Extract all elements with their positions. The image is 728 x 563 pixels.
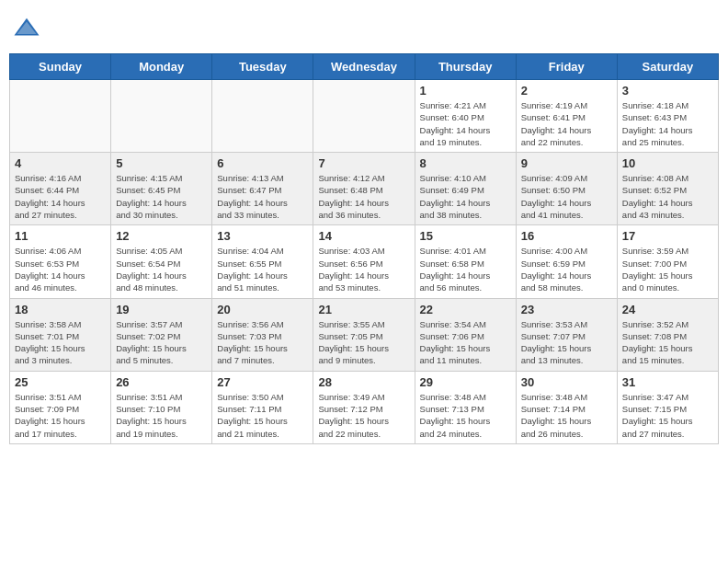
- calendar-cell: 15Sunrise: 4:01 AM Sunset: 6:58 PM Dayli…: [415, 225, 516, 298]
- day-number: 17: [622, 229, 713, 243]
- calendar-cell: 21Sunrise: 3:55 AM Sunset: 7:05 PM Dayli…: [313, 298, 415, 371]
- calendar-cell: [111, 80, 212, 153]
- day-number: 22: [420, 303, 511, 316]
- day-info: Sunrise: 4:10 AM Sunset: 6:49 PM Dayligh…: [420, 172, 511, 221]
- day-info: Sunrise: 4:06 AM Sunset: 6:53 PM Dayligh…: [15, 245, 106, 293]
- day-number: 30: [521, 375, 612, 389]
- calendar-cell: 19Sunrise: 3:57 AM Sunset: 7:02 PM Dayli…: [111, 298, 212, 371]
- calendar-cell: 13Sunrise: 4:04 AM Sunset: 6:55 PM Dayli…: [212, 225, 313, 298]
- week-row-1: 1Sunrise: 4:21 AM Sunset: 6:40 PM Daylig…: [10, 80, 719, 153]
- week-row-4: 18Sunrise: 3:58 AM Sunset: 7:01 PM Dayli…: [10, 298, 719, 371]
- day-info: Sunrise: 3:51 AM Sunset: 7:10 PM Dayligh…: [116, 391, 207, 440]
- day-info: Sunrise: 3:56 AM Sunset: 7:03 PM Dayligh…: [217, 318, 308, 367]
- day-number: 18: [15, 303, 106, 316]
- day-info: Sunrise: 3:55 AM Sunset: 7:05 PM Dayligh…: [318, 318, 409, 367]
- weekday-header-row: SundayMondayTuesdayWednesdayThursdayFrid…: [10, 54, 719, 80]
- weekday-header-friday: Friday: [516, 54, 617, 80]
- calendar-cell: [10, 80, 111, 153]
- day-info: Sunrise: 4:12 AM Sunset: 6:48 PM Dayligh…: [318, 172, 409, 221]
- day-number: 23: [521, 303, 612, 316]
- calendar-cell: [212, 80, 313, 153]
- day-info: Sunrise: 4:18 AM Sunset: 6:43 PM Dayligh…: [622, 99, 713, 148]
- day-info: Sunrise: 3:57 AM Sunset: 7:02 PM Dayligh…: [116, 318, 207, 367]
- day-number: 13: [217, 229, 308, 243]
- logo-icon: [13, 15, 40, 42]
- day-info: Sunrise: 4:13 AM Sunset: 6:47 PM Dayligh…: [217, 172, 308, 221]
- calendar-cell: 30Sunrise: 3:48 AM Sunset: 7:14 PM Dayli…: [516, 371, 617, 443]
- calendar-cell: 3Sunrise: 4:18 AM Sunset: 6:43 PM Daylig…: [617, 80, 718, 153]
- day-info: Sunrise: 3:54 AM Sunset: 7:06 PM Dayligh…: [420, 318, 511, 367]
- calendar-cell: 20Sunrise: 3:56 AM Sunset: 7:03 PM Dayli…: [212, 298, 313, 371]
- weekday-header-thursday: Thursday: [415, 54, 516, 80]
- day-number: 7: [318, 156, 409, 170]
- calendar-cell: 2Sunrise: 4:19 AM Sunset: 6:41 PM Daylig…: [516, 80, 617, 153]
- day-number: 9: [521, 156, 612, 170]
- day-info: Sunrise: 3:58 AM Sunset: 7:01 PM Dayligh…: [15, 318, 106, 367]
- day-info: Sunrise: 3:47 AM Sunset: 7:15 PM Dayligh…: [622, 391, 713, 440]
- day-number: 31: [622, 375, 713, 389]
- calendar-cell: 28Sunrise: 3:49 AM Sunset: 7:12 PM Dayli…: [313, 371, 415, 443]
- day-number: 8: [420, 156, 511, 170]
- day-number: 14: [318, 229, 409, 243]
- day-number: 29: [420, 375, 511, 389]
- week-row-5: 25Sunrise: 3:51 AM Sunset: 7:09 PM Dayli…: [10, 371, 719, 443]
- calendar-cell: 7Sunrise: 4:12 AM Sunset: 6:48 PM Daylig…: [313, 153, 415, 225]
- calendar-cell: 9Sunrise: 4:09 AM Sunset: 6:50 PM Daylig…: [516, 153, 617, 225]
- day-info: Sunrise: 4:05 AM Sunset: 6:54 PM Dayligh…: [116, 245, 207, 293]
- day-info: Sunrise: 4:01 AM Sunset: 6:58 PM Dayligh…: [420, 245, 511, 293]
- day-number: 6: [217, 156, 308, 170]
- day-info: Sunrise: 3:49 AM Sunset: 7:12 PM Dayligh…: [318, 391, 409, 440]
- day-number: 24: [622, 303, 713, 316]
- calendar-cell: 22Sunrise: 3:54 AM Sunset: 7:06 PM Dayli…: [415, 298, 516, 371]
- day-number: 16: [521, 229, 612, 243]
- day-number: 21: [318, 303, 409, 316]
- calendar-cell: 6Sunrise: 4:13 AM Sunset: 6:47 PM Daylig…: [212, 153, 313, 225]
- day-number: 26: [116, 375, 207, 389]
- calendar-cell: 26Sunrise: 3:51 AM Sunset: 7:10 PM Dayli…: [111, 371, 212, 443]
- weekday-header-sunday: Sunday: [10, 54, 111, 80]
- day-number: 11: [15, 229, 106, 243]
- calendar-cell: 16Sunrise: 4:00 AM Sunset: 6:59 PM Dayli…: [516, 225, 617, 298]
- calendar-cell: 23Sunrise: 3:53 AM Sunset: 7:07 PM Dayli…: [516, 298, 617, 371]
- calendar-cell: 4Sunrise: 4:16 AM Sunset: 6:44 PM Daylig…: [10, 153, 111, 225]
- calendar-cell: 31Sunrise: 3:47 AM Sunset: 7:15 PM Dayli…: [617, 371, 718, 443]
- calendar-cell: 17Sunrise: 3:59 AM Sunset: 7:00 PM Dayli…: [617, 225, 718, 298]
- weekday-header-wednesday: Wednesday: [313, 54, 415, 80]
- week-row-2: 4Sunrise: 4:16 AM Sunset: 6:44 PM Daylig…: [10, 153, 719, 225]
- day-info: Sunrise: 3:53 AM Sunset: 7:07 PM Dayligh…: [521, 318, 612, 367]
- day-info: Sunrise: 4:21 AM Sunset: 6:40 PM Dayligh…: [420, 99, 511, 148]
- day-number: 19: [116, 303, 207, 316]
- calendar-table: SundayMondayTuesdayWednesdayThursdayFrid…: [9, 53, 719, 444]
- calendar-cell: 24Sunrise: 3:52 AM Sunset: 7:08 PM Dayli…: [617, 298, 718, 371]
- day-number: 4: [15, 156, 106, 170]
- weekday-header-saturday: Saturday: [617, 54, 718, 80]
- header: [9, 9, 719, 48]
- day-info: Sunrise: 3:48 AM Sunset: 7:13 PM Dayligh…: [420, 391, 511, 440]
- calendar-cell: 5Sunrise: 4:15 AM Sunset: 6:45 PM Daylig…: [111, 153, 212, 225]
- day-info: Sunrise: 4:03 AM Sunset: 6:56 PM Dayligh…: [318, 245, 409, 293]
- day-number: 2: [521, 84, 612, 98]
- calendar-cell: 11Sunrise: 4:06 AM Sunset: 6:53 PM Dayli…: [10, 225, 111, 298]
- day-info: Sunrise: 4:04 AM Sunset: 6:55 PM Dayligh…: [217, 245, 308, 293]
- calendar-cell: 25Sunrise: 3:51 AM Sunset: 7:09 PM Dayli…: [10, 371, 111, 443]
- day-info: Sunrise: 4:00 AM Sunset: 6:59 PM Dayligh…: [521, 245, 612, 293]
- weekday-header-monday: Monday: [111, 54, 212, 80]
- day-number: 20: [217, 303, 308, 316]
- day-info: Sunrise: 4:15 AM Sunset: 6:45 PM Dayligh…: [116, 172, 207, 221]
- day-number: 12: [116, 229, 207, 243]
- day-info: Sunrise: 4:16 AM Sunset: 6:44 PM Dayligh…: [15, 172, 106, 221]
- day-number: 10: [622, 156, 713, 170]
- day-info: Sunrise: 3:51 AM Sunset: 7:09 PM Dayligh…: [15, 391, 106, 440]
- calendar-cell: 18Sunrise: 3:58 AM Sunset: 7:01 PM Dayli…: [10, 298, 111, 371]
- day-info: Sunrise: 4:09 AM Sunset: 6:50 PM Dayligh…: [521, 172, 612, 221]
- day-number: 5: [116, 156, 207, 170]
- day-info: Sunrise: 3:52 AM Sunset: 7:08 PM Dayligh…: [622, 318, 713, 367]
- weekday-header-tuesday: Tuesday: [212, 54, 313, 80]
- calendar-cell: 14Sunrise: 4:03 AM Sunset: 6:56 PM Dayli…: [313, 225, 415, 298]
- calendar-cell: [313, 80, 415, 153]
- calendar-cell: 1Sunrise: 4:21 AM Sunset: 6:40 PM Daylig…: [415, 80, 516, 153]
- day-number: 15: [420, 229, 511, 243]
- week-row-3: 11Sunrise: 4:06 AM Sunset: 6:53 PM Dayli…: [10, 225, 719, 298]
- day-number: 25: [15, 375, 106, 389]
- day-number: 27: [217, 375, 308, 389]
